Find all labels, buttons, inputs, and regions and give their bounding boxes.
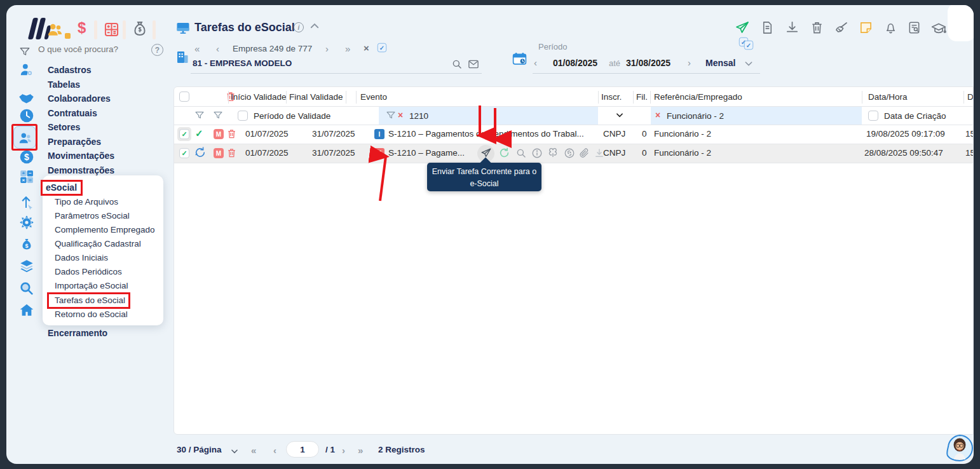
submenu-dados-periodicos[interactable]: Dados Periódicos	[55, 267, 122, 276]
help-icon[interactable]: ?	[151, 44, 163, 56]
search-input[interactable]	[38, 44, 143, 54]
broom-icon[interactable]	[834, 20, 849, 36]
submenu-complemento-empregado[interactable]: Complemento Empregado	[55, 225, 155, 234]
registration-icon[interactable]	[18, 61, 35, 78]
support-icon[interactable]	[564, 147, 575, 159]
period-prev-button[interactable]: ‹	[534, 57, 537, 68]
period-mode-select[interactable]: Mensal	[705, 58, 735, 68]
first-page-button[interactable]: «	[251, 445, 256, 456]
home-icon[interactable]	[18, 301, 35, 318]
page-input[interactable]	[286, 441, 319, 458]
filter-funnel-icon[interactable]	[194, 110, 205, 120]
col-fil[interactable]: Fil.	[636, 92, 648, 102]
send-task-icon[interactable]	[480, 147, 492, 159]
select-all-checkbox[interactable]	[179, 92, 189, 102]
document-icon[interactable]	[760, 20, 775, 35]
company-checkbox[interactable]: ✓	[378, 43, 386, 52]
clock-icon[interactable]	[18, 107, 35, 124]
company-next-button[interactable]: ›	[325, 43, 329, 54]
filter-funnel-icon[interactable]	[213, 110, 223, 120]
sidebar-item-demonstracoes[interactable]: Demonstrações	[48, 165, 114, 175]
sidebar-item-setores[interactable]: Setores	[48, 122, 80, 132]
finance-icon[interactable]: $	[18, 148, 35, 165]
knot-icon[interactable]	[547, 147, 559, 159]
row-checkbox[interactable]: ✓	[179, 148, 189, 158]
company-first-button[interactable]: «	[194, 43, 200, 54]
table-row[interactable]: ✓ ✓ M 01/07/2025 31/07/2025 I S-1210 – P…	[174, 125, 973, 144]
bell-icon[interactable]	[883, 20, 898, 35]
company-prev-button[interactable]: ‹	[216, 43, 219, 54]
row-checkbox[interactable]: ✓	[179, 129, 189, 139]
period-end-date[interactable]: 31/08/2025	[626, 58, 670, 68]
col-inicio-validade[interactable]: Início Validade	[231, 92, 287, 102]
periodo-validade-checkbox[interactable]	[238, 111, 248, 121]
paperclip-icon[interactable]	[578, 147, 590, 159]
submenu-tipo-de-arquivos[interactable]: Tipo de Arquivos	[55, 197, 118, 207]
document-search-icon[interactable]	[907, 20, 922, 35]
submenu-dados-iniciais[interactable]: Dados Iniciais	[55, 253, 108, 262]
row-trash-icon[interactable]	[226, 147, 237, 158]
submenu-importacao-esocial[interactable]: Importação eSocial	[55, 281, 128, 290]
search-blue-icon[interactable]	[18, 280, 35, 297]
adjustment-icon[interactable]	[18, 193, 35, 210]
clear-evento-filter-icon[interactable]: ×	[398, 110, 403, 120]
chevron-down-icon[interactable]	[744, 58, 754, 69]
search-icon[interactable]	[515, 147, 527, 159]
note-icon[interactable]	[859, 20, 873, 35]
company-last-button[interactable]: »	[345, 43, 351, 54]
refresh-icon[interactable]	[498, 147, 510, 159]
data-criacao-checkbox[interactable]	[868, 111, 878, 121]
send-to-esocial-icon[interactable]	[735, 20, 750, 36]
period-next-button[interactable]: ›	[688, 57, 691, 68]
prev-page-button[interactable]: ‹	[273, 445, 276, 456]
filter-funnel-icon[interactable]	[19, 46, 31, 57]
col-datahora[interactable]: Data/Hora	[868, 92, 908, 102]
handshake-icon[interactable]	[18, 90, 35, 107]
period-start-date[interactable]: 01/08/2025	[553, 58, 597, 68]
col-referencia[interactable]: Referência/Empregado	[654, 92, 742, 102]
layers-icon[interactable]	[18, 257, 35, 275]
sidebar-item-tabelas[interactable]: Tabelas	[48, 79, 80, 90]
envelope-icon[interactable]	[468, 59, 479, 69]
sidebar-item-encerramento[interactable]: Encerramento	[48, 328, 107, 338]
calculator-icon[interactable]	[103, 21, 120, 38]
company-search-icon[interactable]	[451, 58, 463, 70]
per-page-select[interactable]: 30 / Página	[177, 445, 222, 454]
dollar-icon[interactable]: $	[78, 19, 86, 37]
collapse-chevron-icon[interactable]	[309, 20, 320, 32]
last-page-button[interactable]: »	[358, 445, 363, 456]
calculation-icon[interactable]: +−×=	[18, 168, 35, 185]
col-last-cut[interactable]: Da	[967, 92, 974, 102]
sidebar-item-colaboradores[interactable]: Colaboradores	[48, 93, 111, 104]
people-icon[interactable]	[46, 20, 65, 39]
sidebar-item-movimentacoes[interactable]: Movimentações	[48, 151, 114, 161]
period-checkbox[interactable]: ✓	[744, 41, 753, 50]
sidebar-item-cadastros[interactable]: Cadastros	[48, 65, 91, 75]
col-final-validade[interactable]: Final Validade	[289, 92, 343, 102]
submenu-parametros-esocial[interactable]: Parâmetros eSocial	[55, 211, 130, 221]
company-clear-icon[interactable]: ×	[364, 43, 369, 53]
trash-icon[interactable]	[810, 20, 824, 35]
graduation-cap-icon[interactable]	[930, 20, 947, 37]
moneybag-icon[interactable]	[131, 20, 149, 37]
clear-referencia-filter-icon[interactable]: ×	[655, 110, 660, 120]
col-evento[interactable]: Evento	[360, 92, 387, 102]
filter-funnel-icon[interactable]	[386, 110, 396, 120]
col-inscr[interactable]: Inscr.	[601, 92, 622, 102]
per-page-chevron-icon[interactable]	[230, 447, 239, 456]
download-icon[interactable]	[785, 20, 800, 35]
user-avatar[interactable]	[946, 434, 974, 462]
info-icon[interactable]: i	[294, 22, 304, 32]
table-row-hovered[interactable]: ✓ M 01/07/2025 31/07/2025 E S-1210 – Pag…	[174, 144, 973, 163]
sidebar-item-preparacoes[interactable]: Preparações	[48, 137, 101, 147]
next-page-button[interactable]: ›	[342, 445, 345, 456]
moneybag-blue-icon[interactable]: $	[18, 236, 35, 253]
collapsed-panel-handle[interactable]	[948, 5, 974, 41]
submenu-qualificacao-cadastral[interactable]: Qualificação Cadastral	[55, 239, 141, 248]
sidebar-item-contratuais[interactable]: Contratuais	[48, 108, 97, 118]
settings-gear-icon[interactable]	[18, 214, 35, 231]
submenu-retorno-do-esocial[interactable]: Retorno do eSocial	[55, 309, 128, 319]
row-trash-icon[interactable]	[226, 128, 237, 139]
inscr-filter-chevron-icon[interactable]	[615, 111, 624, 119]
info-icon[interactable]	[531, 147, 543, 159]
